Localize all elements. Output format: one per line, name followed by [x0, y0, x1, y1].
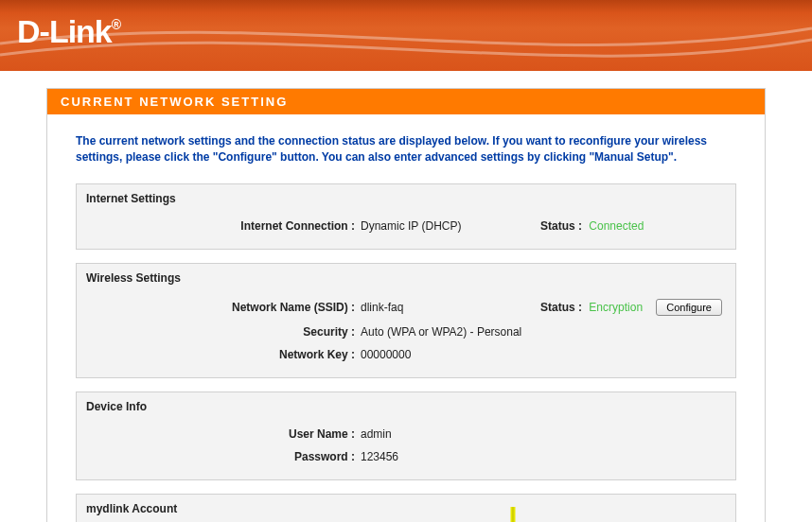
- network-key-value: 00000000: [361, 348, 540, 361]
- ssid-value: dlink-faq: [361, 301, 540, 314]
- internet-status-label: Status :: [540, 219, 586, 233]
- security-value: Auto (WPA or WPA2) - Personal: [361, 325, 726, 339]
- intro-text: The current network settings and the con…: [76, 133, 736, 166]
- username-label: User Name :: [86, 427, 361, 441]
- internet-connection-value: Dynamic IP (DHCP): [361, 219, 540, 233]
- device-info-section: Device Info User Name : admin Password :…: [76, 392, 736, 480]
- wireless-settings-title: Wireless Settings: [86, 271, 726, 285]
- internet-settings-section: Internet Settings Internet Connection : …: [76, 183, 736, 250]
- page-title: CURRENT NETWORK SETTING: [47, 89, 765, 114]
- password-value: 123456: [361, 450, 540, 463]
- internet-status-value: Connected: [589, 219, 644, 233]
- wireless-settings-section: Wireless Settings Network Name (SSID) : …: [76, 263, 736, 378]
- mydlink-account-section: mydlink Account You have activated mydli…: [76, 494, 736, 522]
- internet-connection-label: Internet Connection :: [86, 219, 361, 233]
- internet-settings-title: Internet Settings: [86, 192, 726, 205]
- device-info-title: Device Info: [86, 400, 726, 413]
- password-label: Password :: [86, 450, 361, 463]
- username-value: admin: [361, 427, 540, 441]
- mydlink-account-title: mydlink Account: [86, 502, 726, 515]
- network-key-label: Network Key :: [86, 348, 361, 361]
- wireless-status-value: Encryption: [589, 301, 643, 314]
- wireless-configure-button[interactable]: Configure: [656, 299, 722, 316]
- content-area: The current network settings and the con…: [47, 114, 765, 522]
- ssid-label: Network Name (SSID) :: [86, 301, 361, 314]
- brand-header: D-Link®: [0, 0, 812, 71]
- brand-logo: D-Link®: [17, 13, 120, 50]
- header-curve-decoration: [0, 0, 812, 71]
- wireless-status-label: Status :: [540, 301, 586, 314]
- main-panel: CURRENT NETWORK SETTING The current netw…: [46, 88, 766, 522]
- security-label: Security :: [86, 325, 361, 339]
